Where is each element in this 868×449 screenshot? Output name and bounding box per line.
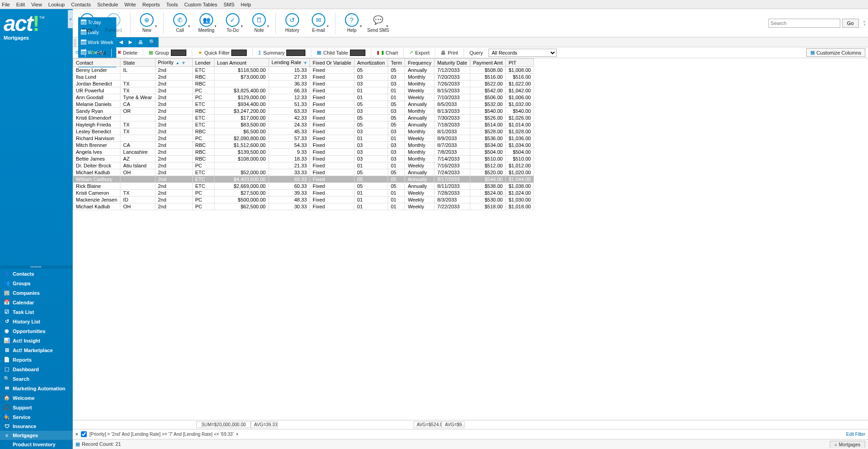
view-prev[interactable]: ◀ — [116, 37, 126, 47]
sidebar-item-dashboard[interactable]: ⬚Dashboard — [0, 364, 73, 374]
menu-contacts[interactable]: Contacts — [71, 2, 90, 7]
group-button[interactable]: ▦Group — [149, 50, 186, 56]
search-input[interactable] — [768, 19, 840, 28]
add-button[interactable]: ⊕Add — [91, 50, 106, 55]
sidebar-item-companies[interactable]: 🏢Companies — [0, 288, 73, 298]
sidebar-item-support[interactable]: 🎧Support — [0, 403, 73, 412]
menu-edit[interactable]: Edit — [16, 2, 25, 7]
sidebar-item-marketing-automation[interactable]: ✉Marketing Automation — [0, 383, 73, 393]
table-row[interactable]: Ann GoodallTyne & Wear2ndPC$129,000.0012… — [73, 94, 534, 101]
view-next[interactable]: ▶ — [126, 37, 135, 47]
menu-write[interactable]: Write — [125, 2, 136, 7]
childtable-color-swatch[interactable] — [350, 50, 365, 56]
summary-color-swatch[interactable] — [286, 50, 305, 56]
table-row[interactable]: Ilsa Lund2ndRBC$73,000.0027.33Fixed0303M… — [73, 74, 534, 81]
sidebar-item-groups[interactable]: 👥Groups — [0, 278, 73, 288]
new-button[interactable]: ⊕▾New — [135, 13, 159, 33]
table-row[interactable]: Benny LenderIL2ndETC$118,500.0015.33Fixe… — [73, 67, 534, 74]
col-lender[interactable]: Lender — [192, 59, 214, 67]
table-row[interactable]: Michael KadlubOH2ndETC$52,000.0033.33Fix… — [73, 169, 534, 176]
menu-help[interactable]: Help — [241, 2, 251, 7]
menu-sms[interactable]: SMS — [224, 2, 234, 7]
table-row[interactable]: William Cadbury2ndETC$4,403,600.0069.33F… — [73, 176, 534, 183]
view-print[interactable]: 🖶 — [135, 37, 146, 47]
table-row[interactable]: Kristi Elmendorf2ndETC$17,000.0042.33Fix… — [73, 115, 534, 121]
table-row[interactable]: Mackenzie JensenID2ndPC$500,000.0048.33F… — [73, 197, 534, 203]
sidebar-item-contacts[interactable]: 👤Contacts — [0, 269, 73, 278]
sidebar-splitter[interactable] — [0, 265, 73, 269]
col-mat[interactable]: Maturity Date — [434, 59, 470, 67]
forward-button[interactable]: →Forward — [102, 13, 125, 33]
sidebar-item-opportunities[interactable]: ◉Opportunities — [0, 326, 73, 336]
todo-button[interactable]: ✓▾To-Do — [221, 13, 244, 33]
col-term[interactable]: Term — [388, 59, 404, 67]
table-row[interactable]: Angela IvesLancashire2ndRBC$139,500.009.… — [73, 149, 534, 156]
col-freq[interactable]: Frequency — [405, 59, 434, 67]
table-row[interactable]: Lesley BenedictTX2ndRBC$6,500.0045.33Fix… — [73, 128, 534, 135]
filter-close[interactable]: × — [75, 432, 78, 437]
history-button[interactable]: ↺History — [280, 13, 304, 33]
back-button[interactable]: ←▾Back — [75, 13, 99, 33]
menu-custom-tables[interactable]: Custom Tables — [184, 2, 217, 7]
col-pamt[interactable]: Payment Amt — [470, 59, 505, 67]
sidebar-item-history-list[interactable]: ↺History List — [0, 317, 73, 326]
menu-lookup[interactable]: Lookup — [48, 2, 65, 7]
col-contact[interactable]: Contact — [73, 59, 120, 67]
childtable-button[interactable]: ▦Child Table — [317, 50, 365, 56]
table-row[interactable]: Rick Blaine2ndETC$2,669,000.0060.33Fixed… — [73, 183, 534, 190]
send-sms-button[interactable]: 💬▾Send SMS — [366, 13, 390, 33]
sidebar-item-mortgages[interactable]: ≡Mortgages — [0, 431, 73, 440]
col-fv[interactable]: Fixed Or Variable — [310, 59, 354, 67]
view-search[interactable]: 🔍 — [146, 37, 159, 47]
delete-button[interactable]: ✖Delete — [117, 50, 138, 55]
table-row[interactable]: Jordan BenedictTX2ndRBC36.33Fixed0303Mon… — [73, 81, 534, 87]
viewtab-work-week[interactable]: Work Week — [78, 37, 116, 47]
summary-button[interactable]: ΣSummary — [258, 50, 305, 56]
table-row[interactable]: Mitch BrennerCA2ndRBC$1,512,600.0054.33F… — [73, 142, 534, 149]
refresh-button[interactable]: ⟳ — [75, 50, 80, 55]
status-tab-mortgages[interactable]: ≡Mortgages — [830, 441, 865, 448]
export-button[interactable]: ↗Export — [409, 50, 429, 55]
col-state[interactable]: State — [120, 59, 155, 67]
toolbar-overflow[interactable]: »» — [863, 20, 865, 26]
sidebar-item-search[interactable]: 🔍Search — [0, 374, 73, 383]
sidebar-item-insurance[interactable]: 🛡Insurance — [0, 422, 73, 431]
sidebar-item-task-list[interactable]: ☑Task List — [0, 307, 73, 317]
col-pit[interactable]: PIT — [506, 59, 534, 67]
menu-file[interactable]: File — [2, 2, 10, 7]
customize-columns-button[interactable]: ▦Customize Columns — [806, 48, 865, 57]
sidebar-item-product-inventory[interactable]: Product Inventory — [0, 440, 73, 449]
menu-view[interactable]: View — [31, 2, 42, 7]
quickfilter-button[interactable]: ▼Quick Filter — [198, 50, 247, 56]
col-amort[interactable]: Amortization — [354, 59, 388, 67]
note-button[interactable]: 🗒▾Note — [247, 13, 271, 33]
table-row[interactable]: UR PowerfulTX2ndPC$3,825,400.0066.33Fixe… — [73, 87, 534, 94]
sidebar-item-act-marketplace[interactable]: ⊞Act! Marketplace — [0, 345, 73, 355]
col-lrate[interactable]: Lending Rate ⧩ — [269, 59, 310, 67]
email-button[interactable]: ✉▾E-mail — [307, 13, 330, 33]
table-row[interactable]: Melanie DanielsCA2ndETC$934,400.0051.33F… — [73, 101, 534, 108]
menu-reports[interactable]: Reports — [142, 2, 160, 7]
go-button[interactable]: Go — [842, 19, 859, 28]
table-row[interactable]: Sandy RyanOR2ndRBC$3,247,200.0063.33Fixe… — [73, 108, 534, 115]
sidebar-collapse-button[interactable]: « — [68, 10, 73, 28]
menu-tools[interactable]: Tools — [166, 2, 178, 7]
filter-color-swatch[interactable] — [231, 50, 247, 56]
chart-button[interactable]: ▮▮Chart — [377, 50, 398, 55]
col-priority[interactable]: Priority ▲ ⧩ — [155, 59, 192, 67]
table-row[interactable]: Michael KadlubOH2ndPC$62,500.0030.33Fixe… — [73, 203, 534, 210]
viewtabs-grip[interactable] — [74, 38, 76, 46]
sidebar-item-service[interactable]: 👨‍🔧Service — [0, 412, 73, 422]
sidebar-item-reports[interactable]: 📄Reports — [0, 355, 73, 364]
call-button[interactable]: ✆▾Call — [168, 13, 192, 33]
table-row[interactable]: Kristi CameronTX2ndPC$27,500.0039.33Fixe… — [73, 190, 534, 197]
table-row[interactable]: Bettie JamesAZ2ndRBC$108,000.0018.33Fixe… — [73, 156, 534, 162]
edit-filter-link[interactable]: Edit Filter — [846, 432, 865, 437]
table-row[interactable]: Dr. Deiter BrockAtiu Island2ndPC21.33Fix… — [73, 162, 534, 169]
table-row[interactable]: Richard Harvison2ndPC$2,090,800.0057.33F… — [73, 135, 534, 142]
sidebar-item-act-insight[interactable]: 📊Act! Insight — [0, 336, 73, 345]
print-button[interactable]: 🖶Print — [441, 50, 458, 55]
group-color-swatch[interactable] — [171, 50, 186, 56]
sidebar-item-calendar[interactable]: 📅Calendar — [0, 298, 73, 307]
filter-enabled-checkbox[interactable] — [81, 431, 87, 437]
